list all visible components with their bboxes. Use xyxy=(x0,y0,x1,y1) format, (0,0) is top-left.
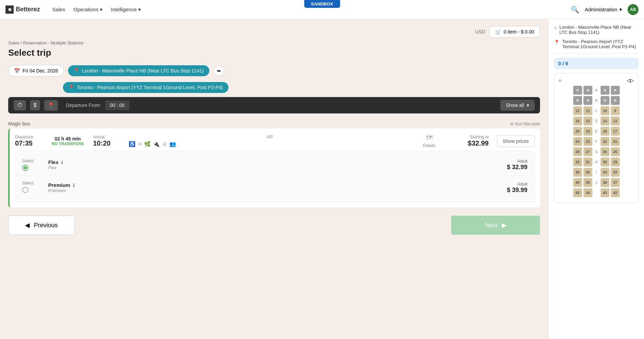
map-icon: 🗺 xyxy=(426,134,433,142)
seat[interactable]: 17 xyxy=(611,127,620,136)
seat[interactable]: ✕ xyxy=(573,86,582,95)
logo-icon: ▣ xyxy=(5,5,14,14)
location-icon: 📍 xyxy=(74,68,79,73)
sort-location-button[interactable]: 📍 xyxy=(44,100,58,111)
page-title: Select trip xyxy=(8,48,540,58)
logo[interactable]: ▣ Betterez xyxy=(5,5,40,14)
seat[interactable]: 15 xyxy=(583,117,592,125)
row-label: I xyxy=(594,170,599,174)
chevron-down-icon: ▾ xyxy=(527,103,529,108)
details-block[interactable]: 🗺 Details xyxy=(419,134,439,148)
seat-row: 12 11 C 10 9 xyxy=(558,106,634,115)
seat[interactable]: ✕ xyxy=(601,96,609,105)
seat[interactable]: 10 xyxy=(601,106,609,115)
seat[interactable]: 13 xyxy=(611,117,620,125)
trip-card-main: Departure 07:35 02 h 45 min NO TRANSFERS… xyxy=(15,134,535,148)
seat[interactable]: ✕ xyxy=(583,86,592,95)
admin-button[interactable]: Administration ▾ xyxy=(585,6,622,13)
seat[interactable]: 40 xyxy=(573,178,582,187)
sort-time-button[interactable]: ⏱ xyxy=(14,100,26,110)
origin-selector[interactable]: 📍 London - Masonville Place NB (Near LTC… xyxy=(68,65,209,76)
seat[interactable]: 42 xyxy=(611,188,620,197)
seat[interactable]: 35 xyxy=(583,168,592,177)
fare-select-col: Select xyxy=(22,159,43,171)
seat-map: ○ ◁▷ ✕ ✕ A ✕ ✕ ✕ ✕ B ✕ ✕ 12 11 xyxy=(554,73,639,203)
chevron-icon[interactable]: ◁▷ xyxy=(627,78,634,83)
seat[interactable]: 19 xyxy=(583,127,592,136)
info-icon[interactable]: ℹ xyxy=(73,183,75,188)
nav-intelligence[interactable]: Intelligence ▾ xyxy=(107,0,145,19)
row-label: B xyxy=(594,98,599,103)
date-picker[interactable]: 📅 Fri 04 Dec, 2026 xyxy=(8,65,64,77)
seat[interactable]: 16 xyxy=(573,117,582,125)
cart-area: USD 🛒 0 item - $ 0.00 xyxy=(8,26,540,38)
nav-right: 🔍 Administration ▾ AB xyxy=(571,4,639,15)
breadcrumb: Sales / Reservation - Multiple Stations xyxy=(8,40,540,45)
seat[interactable]: 21 xyxy=(611,137,620,146)
seat[interactable]: 23 xyxy=(583,137,592,146)
seat[interactable]: ✕ xyxy=(601,86,609,95)
seat[interactable]: 29 xyxy=(611,158,620,166)
search-icon[interactable]: 🔍 xyxy=(571,5,579,14)
not-filterable: ⊘ Not filterable xyxy=(510,121,540,126)
fare-row: Select Flex ℹ Flex Adult $ 32.99 xyxy=(15,154,534,176)
sidebar: ○ London - Masonville Place NB (Near LTC… xyxy=(548,19,644,339)
nav-operations[interactable]: Operations ▾ xyxy=(69,0,107,19)
fare-radio-premium[interactable] xyxy=(22,187,28,193)
seat[interactable]: 22 xyxy=(601,137,609,146)
seat[interactable]: 24 xyxy=(573,137,582,146)
destination-selector[interactable]: 📍 Toronto - Pearson Airport (YYZ Termina… xyxy=(63,82,228,93)
seat[interactable]: ✕ xyxy=(611,86,620,95)
seat[interactable]: 38 xyxy=(601,178,609,187)
fare-price-col: Adult $ 32.99 xyxy=(507,159,527,171)
logo-text: Betterez xyxy=(16,6,40,13)
show-prices-button[interactable]: Show prices xyxy=(497,135,535,147)
departure-time-input[interactable] xyxy=(105,100,129,110)
filter-bar: ⏱ $ 📍 Departure From: Show all ▾ xyxy=(8,97,540,113)
seat[interactable]: 28 xyxy=(573,147,582,156)
previous-button[interactable]: ◀ Previous xyxy=(8,216,75,235)
next-button[interactable]: Next ▶ xyxy=(451,216,540,235)
cart-button[interactable]: 🛒 0 item - $ 0.00 xyxy=(489,26,540,38)
swap-direction-button[interactable]: ➡ xyxy=(213,65,224,76)
seat[interactable]: 31 xyxy=(583,158,592,166)
avatar[interactable]: AB xyxy=(628,4,639,15)
seat[interactable]: ✕ xyxy=(573,96,582,105)
seat[interactable]: 39 xyxy=(583,178,592,187)
arrow-left-icon: ◀ xyxy=(25,221,30,229)
seat[interactable]: 45 xyxy=(573,188,582,197)
seat[interactable]: 44 xyxy=(583,188,592,197)
seat[interactable]: ✕ xyxy=(611,96,620,105)
seat[interactable]: 14 xyxy=(601,117,609,125)
seat[interactable]: 12 xyxy=(573,106,582,115)
seat[interactable]: 18 xyxy=(601,127,609,136)
seat[interactable]: 27 xyxy=(583,147,592,156)
seat[interactable]: 36 xyxy=(573,168,582,177)
seat[interactable]: 11 xyxy=(583,106,592,115)
chevron-down-icon: ▾ xyxy=(100,6,103,13)
seat[interactable]: 26 xyxy=(601,147,609,156)
filter-icon: ⊘ xyxy=(510,121,514,126)
fare-radio-flex[interactable] xyxy=(22,165,28,171)
main-content: USD 🛒 0 item - $ 0.00 Sales / Reservatio… xyxy=(0,19,548,339)
seat[interactable]: 43 xyxy=(601,188,609,197)
sort-price-button[interactable]: $ xyxy=(30,100,40,110)
show-all-button[interactable]: Show all ▾ xyxy=(500,100,535,111)
location-icon: 📍 xyxy=(554,40,560,45)
seat[interactable]: 20 xyxy=(573,127,582,136)
location-icon: 📍 xyxy=(68,85,74,90)
info-icon[interactable]: ℹ xyxy=(61,160,63,165)
nav-sales[interactable]: Sales xyxy=(48,0,69,19)
seat[interactable]: ✕ xyxy=(583,96,592,105)
screen-icon: 🖥 xyxy=(162,141,167,147)
seat[interactable]: 25 xyxy=(611,147,620,156)
seat-row: ✕ ✕ B ✕ ✕ xyxy=(558,96,634,105)
seat[interactable]: 33 xyxy=(611,168,620,177)
seat[interactable]: 9 xyxy=(611,106,620,115)
seat[interactable]: 37 xyxy=(611,178,620,187)
seat[interactable]: 34 xyxy=(601,168,609,177)
main-layout: USD 🛒 0 item - $ 0.00 Sales / Reservatio… xyxy=(0,19,644,339)
fare-options: Select Flex ℹ Flex Adult $ 32.99 xyxy=(15,151,535,202)
seat[interactable]: 32 xyxy=(573,158,582,166)
seat[interactable]: 30 xyxy=(601,158,609,166)
